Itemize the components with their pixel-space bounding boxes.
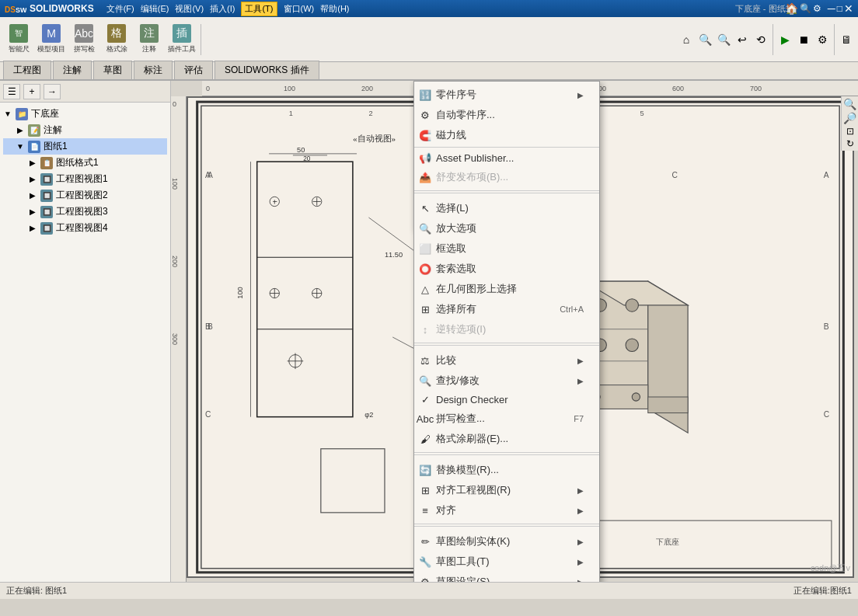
menu-item-sketchentity[interactable]: ✏ 草图绘制实体(K) — [414, 531, 599, 552]
svg-text:«自动视图»: «自动视图» — [353, 134, 396, 143]
view-icon-3: 🔲 — [40, 206, 53, 218]
expand-icon[interactable]: ▼ — [3, 110, 12, 119]
menu-item-designchecker[interactable]: ✓ Design Checker — [414, 391, 599, 409]
smartdim-button[interactable]: 智 智能尺 — [3, 20, 34, 59]
expand-icon-4[interactable]: ▶ — [28, 158, 37, 168]
tree-item-zhujie[interactable]: ▶ 📝 注解 — [3, 122, 167, 138]
app-name: SOLIDWORKS — [30, 3, 94, 14]
expand-icon-8[interactable]: ▶ — [28, 224, 37, 233]
menu-item-partnumber[interactable]: 🔢 零件序号 — [414, 85, 599, 105]
menu-edit[interactable]: 编辑(E) — [141, 3, 169, 15]
window-title: 下底座 - 图纸1 * — [735, 3, 796, 15]
menu-item-select[interactable]: ↖ 选择(L) — [414, 198, 599, 218]
options-icon[interactable]: ⚙ — [813, 3, 821, 14]
tab-annotations[interactable]: 注解 — [53, 61, 92, 79]
menu-item-compare[interactable]: ⚖ 比较 — [414, 350, 599, 371]
menu-item-autopart[interactable]: ⚙ 自动零件序... — [414, 105, 599, 125]
zoom-in-icon[interactable]: 🔍 — [843, 98, 856, 110]
menu-item-magnet[interactable]: 🧲 磁力线 — [414, 125, 599, 145]
tb-icon-6[interactable]: ▶ — [776, 31, 793, 48]
menu-item-align[interactable]: ≡ 对齐 — [414, 500, 599, 520]
expand-icon-2[interactable]: ▶ — [16, 126, 25, 135]
svg-rect-5 — [257, 162, 353, 417]
tree-item-view4[interactable]: ▶ 🔲 工程图视图4 — [3, 220, 167, 236]
tree-item-view2[interactable]: ▶ 🔲 工程图视图2 — [3, 187, 167, 204]
menu-item-sketchset[interactable]: ⚙ 草图设定(S) — [414, 572, 599, 582]
menu-item-spelling[interactable]: Abc 拼写检查... F7 — [414, 409, 599, 429]
menu-item-export[interactable]: 📤 舒变发布项(B)... — [414, 167, 599, 187]
rotate-icon[interactable]: ↻ — [843, 138, 856, 149]
note-button[interactable]: 注 注释 — [134, 20, 165, 59]
tree-item-view1[interactable]: ▶ 🔲 工程图视图1 — [3, 171, 167, 187]
menu-window[interactable]: 窗口(W) — [284, 3, 315, 15]
sidebar-btn-list[interactable]: ☰ — [3, 84, 20, 99]
menu-item-geoselect[interactable]: △ 在几何图形上选择 — [414, 279, 599, 299]
tab-solidworks-plugins[interactable]: SOLIDWORKS 插件 — [214, 61, 319, 79]
sep-main-3 — [414, 454, 599, 455]
svg-text:20: 20 — [303, 155, 311, 162]
sidebar-btn-expand[interactable]: + — [23, 84, 40, 99]
menu-item-findmod[interactable]: 🔍 查找/修改 — [414, 371, 599, 391]
expand-icon-3[interactable]: ▼ — [16, 142, 25, 151]
menu-item-sketchtool[interactable]: 🔧 草图工具(T) — [414, 552, 599, 572]
window-close-icon[interactable]: ✕ — [844, 2, 853, 15]
zoom-out-icon[interactable]: 🔎 — [843, 112, 856, 124]
menu-view[interactable]: 视图(V) — [175, 3, 204, 15]
tree-item-tuzhi1[interactable]: ▼ 📄 图纸1 — [3, 138, 167, 155]
lasso-icon: ⭕ — [419, 263, 431, 275]
solidworks-logo-icon: DS SW — [5, 2, 26, 16]
tree-item-xiadizuo[interactable]: ▼ 📁 下底座 — [3, 106, 167, 122]
tree-item-view3[interactable]: ▶ 🔲 工程图视图3 — [3, 204, 167, 220]
menu-item-replace[interactable]: 🔄 替换模型(R)... — [414, 460, 599, 480]
spelling-button[interactable]: Abc 拼写检 — [68, 20, 99, 59]
sidebar-btn-arrow[interactable]: → — [44, 84, 61, 99]
menu-item-boxselect[interactable]: ⬜ 框选取 — [414, 238, 599, 259]
fit-view-icon[interactable]: ⊡ — [843, 126, 856, 137]
menu-item-alignview[interactable]: ⊞ 对齐工程视图(R) — [414, 480, 599, 500]
formatpaint-button[interactable]: 格 格式涂 — [101, 20, 132, 59]
svg-text:A: A — [824, 171, 829, 179]
expand-icon-7[interactable]: ▶ — [28, 207, 37, 217]
menu-item-selectall[interactable]: ⊞ 选择所有 Ctrl+A — [414, 299, 599, 319]
smartdim2-button[interactable]: 插 插件工具 — [166, 20, 197, 59]
tb-icon-7[interactable]: ⏹ — [795, 31, 812, 48]
tab-sketch[interactable]: 草图 — [93, 61, 132, 79]
compare-icon: ⚖ — [419, 354, 431, 367]
sep-main-2 — [414, 345, 599, 346]
status-bottom-label: 正在编辑:图纸1 — [793, 585, 852, 597]
formatpaint-icon: 格 — [107, 24, 126, 43]
menu-item-formatpaint[interactable]: 🖌 格式涂刷器(E)... — [414, 429, 599, 449]
tb-icon-1[interactable]: ⌂ — [678, 31, 695, 48]
tb-icon-4[interactable]: ↩ — [734, 31, 751, 48]
window-minimize-icon[interactable]: ─ — [828, 2, 835, 15]
tab-evaluate[interactable]: 评估 — [174, 61, 213, 79]
tab-engineering[interactable]: 工程图 — [3, 61, 51, 79]
svg-text:C: C — [672, 171, 678, 179]
tab-markup[interactable]: 标注 — [134, 61, 173, 79]
menu-tools[interactable]: 工具(T) — [241, 2, 277, 16]
model-items-button[interactable]: M 模型项目 — [36, 20, 67, 59]
menu-item-invertselect[interactable]: ↕ 逆转选项(I) — [414, 319, 599, 339]
menu-item-zoomoptions[interactable]: 🔍 放大选项 — [414, 218, 599, 238]
tb-icon-3[interactable]: 🔍 — [715, 31, 732, 48]
expand-icon-6[interactable]: ▶ — [28, 191, 37, 200]
tb-icon-5[interactable]: ⟲ — [752, 31, 769, 48]
search-icon[interactable]: 🔍 — [800, 3, 811, 14]
expand-icon-5[interactable]: ▶ — [28, 175, 37, 184]
menu-insert[interactable]: 插入(I) — [210, 3, 235, 15]
sidebar: ☰ + → ▼ 📁 下底座 ▶ 📝 注解 ▼ 📄 图纸1 — [0, 81, 171, 582]
toolbar-separator-1 — [201, 24, 201, 55]
tb-icon-9[interactable]: 🖥 — [838, 31, 855, 48]
tb-icon-8[interactable]: ⚙ — [814, 31, 831, 48]
sketchentity-icon: ✏ — [419, 535, 431, 548]
menu-item-publisher[interactable]: 📢 Asset Publisher... — [414, 149, 599, 167]
menu-help[interactable]: 帮助(H) — [320, 3, 349, 15]
svg-text:C: C — [205, 410, 211, 419]
window-maximize-icon[interactable]: □ — [837, 3, 842, 14]
tree-item-gs1[interactable]: ▶ 📋 图纸格式1 — [3, 155, 167, 171]
view-icon-2: 🔲 — [40, 190, 53, 202]
menu-file[interactable]: 文件(F) — [106, 3, 134, 15]
replace-icon: 🔄 — [419, 464, 431, 476]
menu-item-lasso[interactable]: ⭕ 套索选取 — [414, 259, 599, 279]
tb-icon-2[interactable]: 🔍 — [696, 31, 713, 48]
